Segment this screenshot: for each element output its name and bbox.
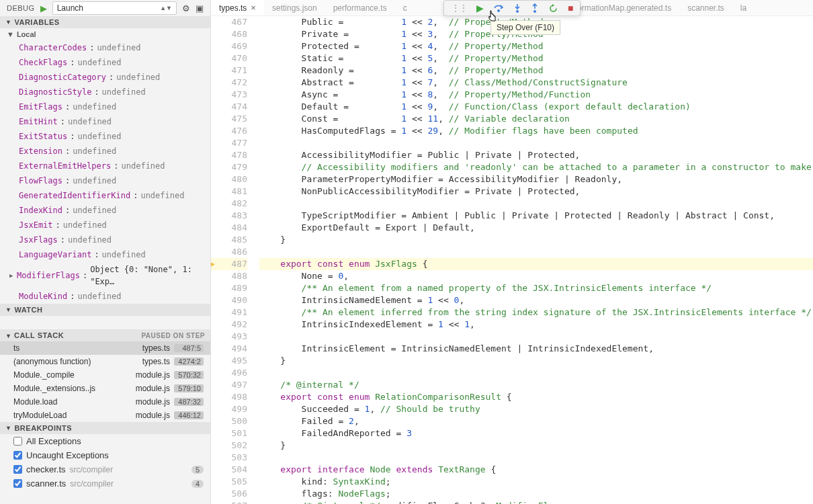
step-into-button[interactable] [513, 3, 521, 13]
grip-icon[interactable]: ⋮⋮ [451, 3, 467, 13]
editor-tab[interactable]: c [395, 0, 415, 15]
line-number[interactable]: 479 [211, 161, 247, 173]
code-body[interactable]: Public = 1 << 2, // Property/Method Priv… [259, 16, 813, 504]
code-line[interactable]: Abstract = 1 << 7, // Class/Method/Const… [259, 77, 813, 89]
line-number[interactable]: 470 [211, 52, 247, 65]
code-line[interactable] [259, 246, 813, 258]
line-number[interactable]: 475 [211, 113, 247, 125]
line-number[interactable]: 504 [211, 464, 247, 476]
code-line[interactable]: HasComputedFlags = 1 << 29, // Modifier … [259, 125, 813, 137]
line-number[interactable]: 494 [211, 343, 247, 355]
code-line[interactable]: TypeScriptModifier = Ambient | Public | … [259, 210, 813, 222]
gear-icon[interactable]: ⚙ [182, 3, 190, 13]
debug-toolbar[interactable]: ⋮⋮ ▶ ■ [443, 0, 581, 16]
bp-checkbox[interactable] [13, 437, 22, 446]
code-line[interactable]: IntrinsicNamedElement = 1 << 0, [259, 294, 813, 306]
stack-frame[interactable]: Module.loadmodule.js487:32 [0, 395, 210, 409]
code-line[interactable]: } [259, 439, 813, 452]
line-number[interactable]: 482 [211, 198, 247, 210]
line-number[interactable]: 499 [211, 403, 247, 415]
breakpoint-row[interactable]: Uncaught Exceptions [0, 448, 210, 462]
breakpoint-row[interactable]: All Exceptions [0, 434, 210, 448]
line-number[interactable]: 472 [211, 77, 247, 89]
line-number[interactable]: 473 [211, 89, 247, 101]
launch-config-select[interactable]: Launch ▲▼ [52, 1, 177, 15]
line-number[interactable]: 498 [211, 391, 247, 403]
line-number[interactable]: 501 [211, 427, 247, 439]
code-line[interactable]: export interface Node extends TextRange … [259, 464, 813, 476]
stack-frame[interactable]: Module._compilemodule.js570:32 [0, 368, 210, 382]
line-number[interactable]: 487 [211, 258, 247, 270]
line-number[interactable]: 476 [211, 125, 247, 137]
line-number[interactable]: 503 [211, 452, 247, 464]
stack-frame[interactable]: Module._extensions..jsmodule.js579:10 [0, 382, 210, 395]
variable-row[interactable]: CheckFlags: undefined [0, 55, 210, 70]
line-number[interactable]: 500 [211, 415, 247, 427]
variable-row[interactable]: CharacterCodes: undefined [0, 40, 210, 55]
code-line[interactable] [259, 198, 813, 210]
line-number[interactable]: 491 [211, 306, 247, 319]
code-line[interactable]: /** An element inferred from the string … [259, 306, 813, 319]
code-line[interactable] [259, 331, 813, 343]
line-number[interactable]: 497 [211, 379, 247, 391]
variable-row[interactable]: IndexKind: undefined [0, 203, 210, 218]
stack-frame[interactable]: tryModuleLoadmodule.js446:12 [0, 409, 210, 422]
code-line[interactable]: AccessibilityModifier = Public | Private… [259, 149, 813, 161]
stop-button[interactable]: ■ [568, 3, 573, 13]
line-number[interactable]: 468 [211, 28, 247, 40]
line-number[interactable]: 485 [211, 234, 247, 246]
stack-frame[interactable]: tstypes.ts487:5 [0, 341, 210, 355]
line-number[interactable]: 506 [211, 488, 247, 500]
line-number[interactable]: 483 [211, 210, 247, 222]
code-line[interactable]: } [259, 355, 813, 367]
line-number[interactable]: 477 [211, 137, 247, 149]
line-number[interactable]: 469 [211, 40, 247, 52]
code-line[interactable]: Static = 1 << 5, // Property/Method [259, 52, 813, 65]
code-editor[interactable]: 4674684694704714724734744754764774784794… [211, 16, 813, 504]
variable-row[interactable]: JsxEmit: undefined [0, 218, 210, 233]
line-number[interactable]: 507 [211, 500, 247, 504]
variable-row[interactable]: GeneratedIdentifierKind: undefined [0, 188, 210, 203]
restart-button[interactable] [548, 3, 558, 13]
code-line[interactable]: IntrinsicElement = IntrinsicNamedElement… [259, 343, 813, 355]
variable-row[interactable]: EmitHint: undefined [0, 114, 210, 129]
editor-tab[interactable]: settings.json [264, 0, 325, 15]
bp-checkbox[interactable] [13, 465, 22, 474]
continue-button[interactable]: ▶ [476, 3, 484, 13]
code-line[interactable]: Default = 1 << 9, // Function/Class (exp… [259, 101, 813, 113]
code-line[interactable]: flags: NodeFlags; [259, 488, 813, 500]
local-scope-header[interactable]: ▼ Local [0, 28, 210, 40]
code-line[interactable]: None = 0, [259, 270, 813, 282]
close-icon[interactable]: × [251, 3, 256, 13]
debug-console-icon[interactable]: ▣ [196, 3, 204, 13]
line-number[interactable]: 489 [211, 282, 247, 294]
variable-row[interactable]: LanguageVariant: undefined [0, 247, 210, 262]
code-line[interactable]: /* @internal */ [259, 379, 813, 391]
line-number[interactable]: 484 [211, 222, 247, 234]
code-line[interactable]: NonPublicAccessibilityModifier = Private… [259, 185, 813, 198]
line-number[interactable]: 502 [211, 439, 247, 452]
line-number[interactable]: 492 [211, 319, 247, 331]
code-line[interactable]: /* @internal */ modifierFlagsCache?: Mod… [259, 500, 813, 504]
code-line[interactable]: Protected = 1 << 4, // Property/Method [259, 40, 813, 52]
editor-tab[interactable]: scanner.ts [679, 0, 732, 15]
variable-row[interactable]: DiagnosticCategory: undefined [0, 70, 210, 85]
code-line[interactable] [259, 137, 813, 149]
editor-tab[interactable]: la [732, 0, 755, 15]
line-number[interactable]: 480 [211, 173, 247, 185]
variable-row[interactable]: DiagnosticStyle: undefined [0, 85, 210, 99]
line-number[interactable]: 474 [211, 101, 247, 113]
start-debug-icon[interactable]: ▶ [40, 3, 47, 13]
code-line[interactable]: Readonly = 1 << 6, // Property/Method [259, 65, 813, 77]
step-out-button[interactable] [531, 3, 539, 13]
variable-row[interactable]: Extension: undefined [0, 144, 210, 159]
bp-checkbox[interactable] [13, 451, 22, 460]
code-line[interactable]: export const enum RelationComparisonResu… [259, 391, 813, 403]
code-line[interactable]: ExportDefault = Export | Default, [259, 222, 813, 234]
line-number[interactable]: 471 [211, 65, 247, 77]
variable-row[interactable]: JsxFlags: undefined [0, 233, 210, 247]
code-line[interactable]: export const enum JsxFlags { [259, 258, 813, 270]
code-line[interactable]: Failed = 2, [259, 415, 813, 427]
code-line[interactable]: } [259, 234, 813, 246]
code-line[interactable]: FailedAndReported = 3 [259, 427, 813, 439]
